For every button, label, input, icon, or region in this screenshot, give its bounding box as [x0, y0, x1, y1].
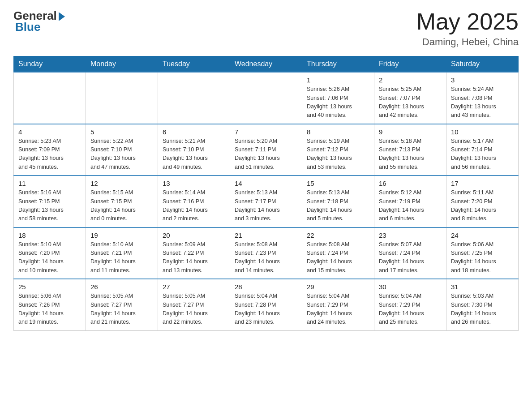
day-info: Sunrise: 5:14 AMSunset: 7:16 PMDaylight:… — [163, 188, 225, 223]
day-info: Sunrise: 5:08 AMSunset: 7:24 PMDaylight:… — [307, 240, 369, 275]
day-info: Sunrise: 5:19 AMSunset: 7:12 PMDaylight:… — [307, 137, 369, 172]
day-info: Sunrise: 5:09 AMSunset: 7:22 PMDaylight:… — [163, 240, 225, 275]
day-number: 17 — [451, 180, 514, 187]
calendar-cell: 6Sunrise: 5:21 AMSunset: 7:10 PMDaylight… — [158, 124, 230, 176]
calendar-cell: 31Sunrise: 5:03 AMSunset: 7:30 PMDayligh… — [446, 279, 519, 330]
logo-triangle-icon — [59, 12, 65, 21]
day-info: Sunrise: 5:13 AMSunset: 7:18 PMDaylight:… — [307, 188, 369, 223]
day-number: 2 — [379, 76, 442, 84]
calendar-cell: 10Sunrise: 5:17 AMSunset: 7:14 PMDayligh… — [446, 124, 519, 176]
day-info: Sunrise: 5:10 AMSunset: 7:20 PMDaylight:… — [18, 240, 81, 275]
calendar-cell — [86, 72, 158, 124]
calendar-cell: 21Sunrise: 5:08 AMSunset: 7:23 PMDayligh… — [230, 227, 302, 279]
day-info: Sunrise: 5:25 AMSunset: 7:07 PMDaylight:… — [379, 85, 442, 120]
calendar-cell: 4Sunrise: 5:23 AMSunset: 7:09 PMDaylight… — [14, 124, 86, 176]
day-number: 20 — [163, 231, 225, 239]
day-info: Sunrise: 5:04 AMSunset: 7:28 PMDaylight:… — [235, 292, 297, 327]
day-info: Sunrise: 5:03 AMSunset: 7:30 PMDaylight:… — [451, 292, 514, 327]
calendar-cell: 29Sunrise: 5:04 AMSunset: 7:29 PMDayligh… — [302, 279, 374, 330]
calendar-cell: 8Sunrise: 5:19 AMSunset: 7:12 PMDaylight… — [302, 124, 374, 176]
day-info: Sunrise: 5:06 AMSunset: 7:25 PMDaylight:… — [451, 240, 514, 275]
calendar-week-row: 11Sunrise: 5:16 AMSunset: 7:15 PMDayligh… — [14, 176, 519, 227]
calendar-cell: 1Sunrise: 5:26 AMSunset: 7:06 PMDaylight… — [302, 72, 374, 124]
day-number: 24 — [451, 231, 514, 239]
calendar-cell — [158, 72, 230, 124]
calendar-cell: 3Sunrise: 5:24 AMSunset: 7:08 PMDaylight… — [446, 72, 519, 124]
day-number: 15 — [307, 180, 369, 187]
calendar-cell: 23Sunrise: 5:07 AMSunset: 7:24 PMDayligh… — [374, 227, 446, 279]
day-number: 31 — [451, 283, 514, 291]
day-number: 5 — [90, 128, 153, 136]
calendar-week-row: 1Sunrise: 5:26 AMSunset: 7:06 PMDaylight… — [14, 72, 519, 124]
calendar-cell: 19Sunrise: 5:10 AMSunset: 7:21 PMDayligh… — [86, 227, 158, 279]
day-info: Sunrise: 5:22 AMSunset: 7:10 PMDaylight:… — [90, 137, 153, 172]
day-info: Sunrise: 5:16 AMSunset: 7:15 PMDaylight:… — [18, 188, 81, 223]
calendar-cell: 7Sunrise: 5:20 AMSunset: 7:11 PMDaylight… — [230, 124, 302, 176]
day-number: 21 — [235, 231, 297, 239]
calendar-cell — [14, 72, 86, 124]
calendar-cell: 2Sunrise: 5:25 AMSunset: 7:07 PMDaylight… — [374, 72, 446, 124]
location-subtitle: Daming, Hebei, China — [416, 36, 519, 48]
day-info: Sunrise: 5:18 AMSunset: 7:13 PMDaylight:… — [379, 137, 442, 172]
calendar-cell — [230, 72, 302, 124]
calendar-cell: 13Sunrise: 5:14 AMSunset: 7:16 PMDayligh… — [158, 176, 230, 227]
day-info: Sunrise: 5:24 AMSunset: 7:08 PMDaylight:… — [451, 85, 514, 120]
calendar-week-row: 4Sunrise: 5:23 AMSunset: 7:09 PMDaylight… — [14, 124, 519, 176]
calendar-cell: 18Sunrise: 5:10 AMSunset: 7:20 PMDayligh… — [14, 227, 86, 279]
day-info: Sunrise: 5:17 AMSunset: 7:14 PMDaylight:… — [451, 137, 514, 172]
day-info: Sunrise: 5:04 AMSunset: 7:29 PMDaylight:… — [307, 292, 369, 327]
day-number: 13 — [163, 180, 225, 187]
day-info: Sunrise: 5:13 AMSunset: 7:17 PMDaylight:… — [235, 188, 297, 223]
day-number: 6 — [163, 128, 225, 136]
day-info: Sunrise: 5:07 AMSunset: 7:24 PMDaylight:… — [379, 240, 442, 275]
calendar-cell: 30Sunrise: 5:04 AMSunset: 7:29 PMDayligh… — [374, 279, 446, 330]
day-number: 27 — [163, 283, 225, 291]
day-number: 25 — [18, 283, 81, 291]
day-number: 26 — [90, 283, 153, 291]
calendar-cell: 5Sunrise: 5:22 AMSunset: 7:10 PMDaylight… — [86, 124, 158, 176]
day-info: Sunrise: 5:05 AMSunset: 7:27 PMDaylight:… — [163, 292, 225, 327]
day-number: 29 — [307, 283, 369, 291]
day-number: 28 — [235, 283, 297, 291]
day-number: 3 — [451, 76, 514, 84]
calendar-cell: 24Sunrise: 5:06 AMSunset: 7:25 PMDayligh… — [446, 227, 519, 279]
calendar-day-header: Sunday — [14, 56, 86, 73]
calendar-cell: 9Sunrise: 5:18 AMSunset: 7:13 PMDaylight… — [374, 124, 446, 176]
day-number: 23 — [379, 231, 442, 239]
day-number: 4 — [18, 128, 81, 136]
day-info: Sunrise: 5:05 AMSunset: 7:27 PMDaylight:… — [90, 292, 153, 327]
month-year-title: May 2025 — [416, 9, 519, 34]
day-info: Sunrise: 5:21 AMSunset: 7:10 PMDaylight:… — [163, 137, 225, 172]
calendar-cell: 27Sunrise: 5:05 AMSunset: 7:27 PMDayligh… — [158, 279, 230, 330]
calendar-day-header: Friday — [374, 56, 446, 73]
day-info: Sunrise: 5:11 AMSunset: 7:20 PMDaylight:… — [451, 188, 514, 223]
day-info: Sunrise: 5:15 AMSunset: 7:15 PMDaylight:… — [90, 188, 153, 223]
calendar-header-row: SundayMondayTuesdayWednesdayThursdayFrid… — [14, 56, 519, 73]
calendar-table: SundayMondayTuesdayWednesdayThursdayFrid… — [13, 56, 519, 331]
day-number: 7 — [235, 128, 297, 136]
calendar-day-header: Wednesday — [230, 56, 302, 73]
calendar-week-row: 25Sunrise: 5:06 AMSunset: 7:26 PMDayligh… — [14, 279, 519, 330]
page-header: General Blue May 2025 Daming, Hebei, Chi… — [13, 9, 519, 48]
calendar-week-row: 18Sunrise: 5:10 AMSunset: 7:20 PMDayligh… — [14, 227, 519, 279]
day-info: Sunrise: 5:12 AMSunset: 7:19 PMDaylight:… — [379, 188, 442, 223]
calendar-day-header: Thursday — [302, 56, 374, 73]
day-info: Sunrise: 5:06 AMSunset: 7:26 PMDaylight:… — [18, 292, 81, 327]
calendar-cell: 25Sunrise: 5:06 AMSunset: 7:26 PMDayligh… — [14, 279, 86, 330]
day-number: 10 — [451, 128, 514, 136]
day-number: 8 — [307, 128, 369, 136]
calendar-cell: 14Sunrise: 5:13 AMSunset: 7:17 PMDayligh… — [230, 176, 302, 227]
calendar-cell: 26Sunrise: 5:05 AMSunset: 7:27 PMDayligh… — [86, 279, 158, 330]
day-number: 18 — [18, 231, 81, 239]
day-number: 12 — [90, 180, 153, 187]
day-info: Sunrise: 5:23 AMSunset: 7:09 PMDaylight:… — [18, 137, 81, 172]
day-info: Sunrise: 5:26 AMSunset: 7:06 PMDaylight:… — [307, 85, 369, 120]
day-number: 30 — [379, 283, 442, 291]
day-number: 16 — [379, 180, 442, 187]
day-number: 9 — [379, 128, 442, 136]
calendar-day-header: Tuesday — [158, 56, 230, 73]
calendar-cell: 28Sunrise: 5:04 AMSunset: 7:28 PMDayligh… — [230, 279, 302, 330]
calendar-cell: 22Sunrise: 5:08 AMSunset: 7:24 PMDayligh… — [302, 227, 374, 279]
calendar-day-header: Monday — [86, 56, 158, 73]
calendar-cell: 16Sunrise: 5:12 AMSunset: 7:19 PMDayligh… — [374, 176, 446, 227]
